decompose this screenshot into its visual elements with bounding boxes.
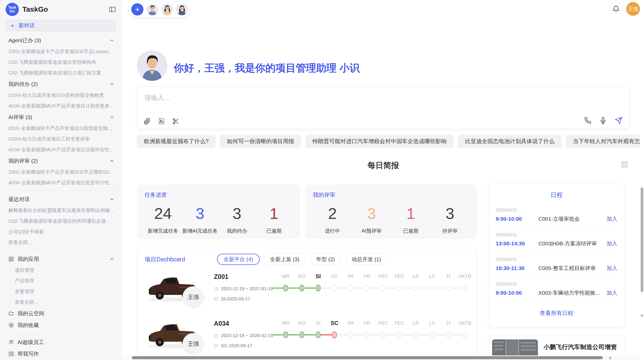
scroll-right-arrow[interactable]	[609, 356, 612, 359]
sidebar-item-help-writing[interactable]: 帮我写作	[0, 348, 121, 360]
milestone-node[interactable]	[364, 332, 370, 338]
scissors-icon[interactable]	[172, 118, 179, 125]
milestone-node[interactable]	[446, 285, 451, 291]
milestone-node[interactable]	[430, 285, 435, 291]
sidebar-task-item[interactable]: C02-飞腾新能源轻客改款项目里程碑画布	[0, 57, 121, 68]
milestone-node[interactable]	[364, 285, 370, 291]
new-session-button[interactable]: +	[131, 3, 143, 16]
sidebar-task-item[interactable]: Z001-全新燃油轻卡产品开发项目SI节点属性5D文件评审	[0, 167, 121, 177]
sidebar-task-item[interactable]: C0X4-动力总成开发项目工程变更评审	[0, 134, 121, 144]
suggestion-chip[interactable]: 欧洲新规最近颁布了什么?	[137, 135, 216, 148]
milestone-node[interactable]	[299, 332, 304, 338]
milestone-node[interactable]	[381, 332, 386, 338]
session-switcher: +	[128, 1, 191, 18]
agent-avatar-1[interactable]	[147, 4, 158, 15]
chat-input[interactable]	[144, 91, 501, 104]
news-title: 小鹏飞行汽车制造公司增资	[544, 343, 621, 351]
stat-card: 任务进度24新增完成任务3新增AI完成任务3我的待办1已逾期	[137, 185, 300, 239]
sidebar-task-item[interactable]: A034-全新新能源MUV产品开发项目法规符合性评审	[0, 144, 121, 155]
stat-value: 3	[352, 204, 391, 222]
milestone-node[interactable]	[316, 285, 321, 291]
chevron-up-icon[interactable]	[109, 81, 115, 87]
sidebar-app-item[interactable]: 查看全部...	[0, 297, 121, 308]
notification-bell-icon[interactable]	[612, 5, 620, 12]
sidebar-task-item[interactable]: C02-飞腾新能源轻客改款项目立项汇报方案	[0, 68, 121, 78]
phone-icon[interactable]	[584, 117, 591, 124]
sidebar-task-item[interactable]: Z001-全新燃油轻卡产品开发项目SI造型提交物评审	[0, 123, 121, 134]
chevron-up-icon[interactable]	[109, 38, 115, 43]
join-link[interactable]: 加入	[607, 215, 617, 222]
sidebar-item-cloud-space[interactable]: 我的云空间	[0, 308, 121, 319]
sidebar-task-item[interactable]: C0X4-动力总成开发项目SI里程碑提交物检查	[0, 90, 121, 101]
join-link[interactable]: 加入	[607, 289, 617, 296]
join-link[interactable]: 加入	[607, 265, 617, 272]
agent-avatar-2[interactable]	[161, 4, 173, 15]
microphone-icon[interactable]	[599, 117, 607, 124]
sidebar-recent-item[interactable]: C02-飞腾新能源轻客改款项目的闭环通告反馈情况	[0, 216, 121, 227]
timeline-segment	[304, 288, 316, 289]
dashboard-filter-chip[interactable]: 动总开发 (1)	[345, 254, 388, 265]
chevron-up-icon[interactable]	[109, 158, 115, 164]
milestone-node[interactable]	[348, 332, 353, 338]
milestone-node[interactable]	[397, 332, 402, 338]
milestone-node[interactable]	[462, 285, 467, 291]
image-icon[interactable]	[158, 118, 165, 125]
horizontal-scrollbar-thumb[interactable]	[132, 356, 603, 359]
agent-avatar-3[interactable]	[176, 4, 188, 15]
sidebar-task-item[interactable]: A034-全新新能源MUV产品开发项目计划变更表编写	[0, 101, 121, 111]
stat-item: 3我的待办	[218, 204, 256, 234]
sidebar-task-item[interactable]: Z001-全新燃油皮卡产品开发项目SI节点Lesson Learn报告	[0, 46, 121, 57]
milestone-node[interactable]	[430, 332, 435, 338]
milestone-node[interactable]	[316, 332, 321, 338]
sidebar-recent-item[interactable]: 公司Q3轻卡销量	[0, 227, 121, 237]
layout-grid-icon[interactable]	[621, 161, 628, 168]
sidebar-item-ai-employee[interactable]: AI超级员工	[0, 336, 121, 348]
sidebar-recent-item[interactable]: 解释最新出台的欧盟报废车法规再生塑料比例被调至15%...	[0, 205, 121, 216]
new-chat-button[interactable]: ＋ 新对话	[6, 20, 116, 31]
collapse-sidebar-icon[interactable]	[109, 6, 116, 12]
milestone-node[interactable]	[413, 285, 418, 291]
sidebar-app-item[interactable]: 项目管理	[0, 265, 121, 276]
milestone-node[interactable]	[381, 285, 386, 291]
stat-label: 新增AI完成任务	[182, 228, 219, 234]
sidebar-app-item[interactable]: 产品管理	[0, 276, 121, 286]
scroll-down-arrow[interactable]	[640, 315, 643, 317]
milestone-node[interactable]	[397, 285, 402, 291]
dashboard-filter-chip[interactable]: 全新上装 (3)	[264, 254, 306, 265]
user-avatar[interactable]: 王强	[626, 2, 640, 16]
timeline-segment	[435, 288, 446, 289]
milestone-node[interactable]	[462, 332, 467, 338]
chevron-up-icon[interactable]	[109, 256, 115, 262]
dashboard-filter-chip[interactable]: 全新平台 (4)	[217, 254, 260, 265]
suggestion-chip[interactable]: 当下年轻人对汽车外观有怎样的喜好趋势	[566, 135, 644, 148]
milestone-node[interactable]	[413, 332, 418, 338]
sidebar-recent-item[interactable]: 查看全部...	[0, 237, 121, 248]
suggestion-chip[interactable]: 如何写一份清晰的项目周报	[220, 135, 301, 148]
send-icon[interactable]	[615, 117, 622, 124]
paperclip-icon[interactable]	[144, 118, 151, 125]
suggestion-chip[interactable]: 特朗普可能对进口汽车增税会对中国车企造成哪些影响	[305, 135, 454, 148]
sidebar-app-item[interactable]: 变更管理	[0, 286, 121, 297]
milestone-node[interactable]	[332, 332, 337, 338]
suggestion-chip[interactable]: 比亚迪全固态电池计划具体说了什么	[458, 135, 562, 148]
sidebar-item-favorites[interactable]: 我的收藏	[0, 319, 121, 331]
timeline-segment	[353, 288, 364, 289]
chevron-up-icon[interactable]	[109, 197, 115, 202]
milestone-node[interactable]	[446, 332, 451, 338]
sidebar-task-item[interactable]: A034-全新新能源MUV产品开发项目造型可行性评审	[0, 177, 121, 188]
stat-label: 已逾期	[256, 228, 293, 234]
project-owner-avatar: 王强	[182, 333, 204, 355]
sidebar-item-my-apps[interactable]: 我的应用	[0, 253, 121, 265]
milestone-node[interactable]	[348, 285, 353, 291]
stat-item: 3新增AI完成任务	[182, 204, 219, 234]
join-link[interactable]: 加入	[607, 240, 617, 247]
chevron-up-icon[interactable]	[109, 114, 115, 120]
dashboard-filter-chip[interactable]: 年型 (2)	[310, 254, 341, 265]
stat-item: 24新增完成任务	[144, 204, 182, 234]
vertical-scrollbar-thumb[interactable]	[641, 187, 643, 292]
milestone-node[interactable]	[283, 285, 288, 291]
milestone-node[interactable]	[283, 332, 288, 338]
milestone-node[interactable]	[332, 285, 337, 291]
milestone-node[interactable]	[299, 285, 304, 291]
view-all-schedule-link[interactable]: 查看所有日程	[496, 304, 617, 323]
